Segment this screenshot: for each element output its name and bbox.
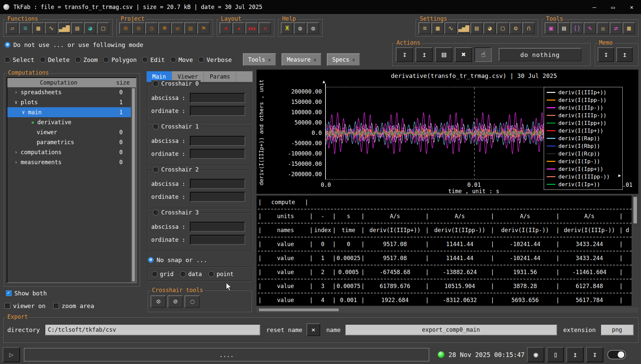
flag-icon[interactable]: ⚑: [197, 22, 210, 34]
clock-icon[interactable]: ◷: [145, 22, 158, 34]
table-icon[interactable]: ▦: [32, 22, 44, 34]
table-horizontal-scrollbar-thumb[interactable]: [259, 308, 339, 312]
abscissa-input[interactable]: [190, 179, 245, 189]
ordinate-input[interactable]: [190, 106, 245, 116]
legend-entry[interactable]: deriv(I(IIpp-)): [547, 96, 620, 104]
table-vertical-scrollbar[interactable]: [632, 195, 638, 306]
pie-chart-icon[interactable]: ◕: [483, 22, 496, 34]
run-button[interactable]: ▷: [3, 347, 20, 362]
dropdown-button[interactable]: Measure∨: [282, 53, 321, 66]
show-both-option[interactable]: Show both: [6, 290, 47, 297]
tree-expander-icon[interactable]: ›: [11, 89, 21, 95]
table-row[interactable]: value 4 0.001 1922.684 -8312.0632 5693.6…: [258, 293, 632, 306]
computation-column-header[interactable]: Computation: [7, 79, 110, 86]
primary-mode-radio[interactable]: [5, 42, 10, 48]
tree-expander-icon[interactable]: ›: [11, 159, 21, 165]
bar-chart-icon[interactable]: ▃▅▇: [457, 22, 470, 34]
legend-entry[interactable]: deriv(I(IIIp-)): [547, 112, 620, 119]
bulb-icon[interactable]: ◍: [294, 22, 306, 34]
open-folder-icon[interactable]: ▱: [6, 22, 18, 34]
select-region-icon[interactable]: ▢: [97, 22, 109, 34]
spreadsheet-icon[interactable]: ▤: [470, 22, 483, 34]
tree-scrollbar-thumb[interactable]: [132, 88, 135, 282]
no-snap-radio[interactable]: [148, 257, 154, 263]
bar-chart-icon[interactable]: ▃▅▇: [58, 22, 70, 34]
tree-row[interactable]: › computations 0: [7, 147, 136, 157]
tree-expander-icon[interactable]: ∨: [11, 99, 21, 105]
layout-tree-icon[interactable]: ⊞: [220, 22, 232, 34]
table-vertical-scrollbar-thumb[interactable]: [633, 196, 637, 224]
gear-icon[interactable]: ⚙: [132, 22, 145, 34]
tree-expander-icon[interactable]: ›: [11, 149, 21, 155]
table-row[interactable]: value 1 0.00025 9517.08 11441.44 -10241.…: [258, 251, 632, 265]
legend-entry[interactable]: deriv(I(Ipp+)): [547, 165, 620, 173]
abscissa-input[interactable]: [190, 136, 245, 146]
viewer-on-checkbox[interactable]: [5, 303, 10, 309]
document-icon[interactable]: ▤: [558, 22, 570, 34]
tree-row[interactable]: parametrics 0: [7, 137, 136, 147]
expand-icon[interactable]: ✖: [455, 47, 472, 62]
abscissa-input[interactable]: [190, 222, 245, 232]
do-nothing-button[interactable]: do nothing: [499, 48, 581, 61]
line-chart-icon[interactable]: ∿: [45, 22, 57, 34]
bug-icon[interactable]: Ж: [281, 22, 293, 34]
swap-icon[interactable]: ⇄: [610, 22, 622, 34]
tree-row[interactable]: ∨ plots 1: [7, 97, 136, 107]
minimize-button[interactable]: –: [585, 0, 604, 14]
table-row[interactable]: names index time deriv(I(IIIp+)) deriv(I…: [258, 223, 632, 237]
bulb2-icon[interactable]: ◍: [307, 22, 319, 34]
table-row[interactable]: units - s A/s A/s A/s A/s: [258, 209, 632, 223]
plot-area[interactable]: derivative(transfo_tr_trmag.csv) | 30 Ju…: [257, 70, 638, 194]
mode-radio-option[interactable]: Delete: [40, 56, 70, 63]
ordinate-input[interactable]: [190, 192, 245, 202]
tree-row[interactable]: ∨ main 1: [7, 107, 136, 117]
reset-name-button[interactable]: ×: [307, 323, 320, 336]
database-icon[interactable]: ≋: [418, 22, 431, 34]
tree-row[interactable]: ▪ derivative: [7, 117, 136, 127]
gear-plus-icon[interactable]: ⚙: [509, 22, 522, 34]
memo-load-icon[interactable]: ↥: [616, 47, 633, 62]
table-row[interactable]: value 3 0.00075 61789.676 10515.904 3878…: [258, 279, 632, 293]
close-button[interactable]: ×: [622, 0, 641, 14]
size-column-header[interactable]: size: [110, 79, 136, 86]
lock-icon[interactable]: ∩: [522, 22, 535, 34]
snap-radio-option[interactable]: data: [180, 271, 202, 277]
power-toggle[interactable]: [607, 350, 626, 359]
ordinate-input[interactable]: [190, 149, 245, 159]
select-region-icon[interactable]: ▢: [496, 22, 509, 34]
dropdown-button[interactable]: Tools∨: [243, 53, 276, 66]
no-snap-option[interactable]: No snap or ...: [148, 256, 252, 263]
mode-radio-option[interactable]: Select: [5, 56, 34, 63]
legend-entry[interactable]: deriv(I(IIIp+)): [547, 89, 620, 96]
eye-icon[interactable]: ⊙: [151, 295, 166, 308]
extension-input[interactable]: [600, 324, 634, 335]
legend-entry[interactable]: deriv(I(IIp-)): [547, 104, 620, 112]
layout-menu-icon[interactable]: ≡: [259, 22, 271, 34]
tree-row[interactable]: › spreadsheets 0: [7, 87, 136, 97]
table-row[interactable]: value 0 0 9517.08 11441.44 -10241.44 343…: [258, 237, 632, 251]
primary-mode-option[interactable]: Do not use ... or use following mode: [5, 41, 143, 48]
note-icon[interactable]: ▤: [184, 22, 197, 34]
crosshair-radio[interactable]: [153, 81, 159, 87]
mode-radio-option[interactable]: Edit: [142, 56, 165, 63]
snap-radio-option[interactable]: grid: [152, 271, 174, 277]
directory-input[interactable]: [45, 324, 261, 335]
snap-radio-option[interactable]: point: [209, 271, 234, 277]
download-icon[interactable]: ↧: [586, 347, 603, 362]
clipboard-icon[interactable]: ▯: [547, 347, 564, 362]
abscissa-input[interactable]: [190, 93, 245, 103]
eye-dashed-icon[interactable]: ◌: [185, 295, 200, 308]
grid-icon[interactable]: ▦: [623, 22, 635, 34]
legend-entry[interactable]: deriv(I(Ip-)): [547, 158, 620, 165]
show-both-checkbox[interactable]: [6, 290, 12, 296]
user-icon[interactable]: ☻: [158, 22, 171, 34]
dropdown-button[interactable]: Specs∨: [327, 53, 360, 66]
mode-radio-option[interactable]: Polygon: [103, 56, 137, 63]
legend-entry[interactable]: deriv(I(Rap)): [547, 135, 620, 142]
legend-entry[interactable]: deriv(I(IIp+)): [547, 127, 620, 135]
camera-icon[interactable]: ◉: [527, 347, 544, 362]
ordinate-input[interactable]: [190, 235, 245, 245]
tree-row[interactable]: viewer 0: [7, 127, 136, 137]
window-icon[interactable]: ▣: [545, 22, 557, 34]
tree-expander-icon[interactable]: ∨: [19, 109, 28, 115]
